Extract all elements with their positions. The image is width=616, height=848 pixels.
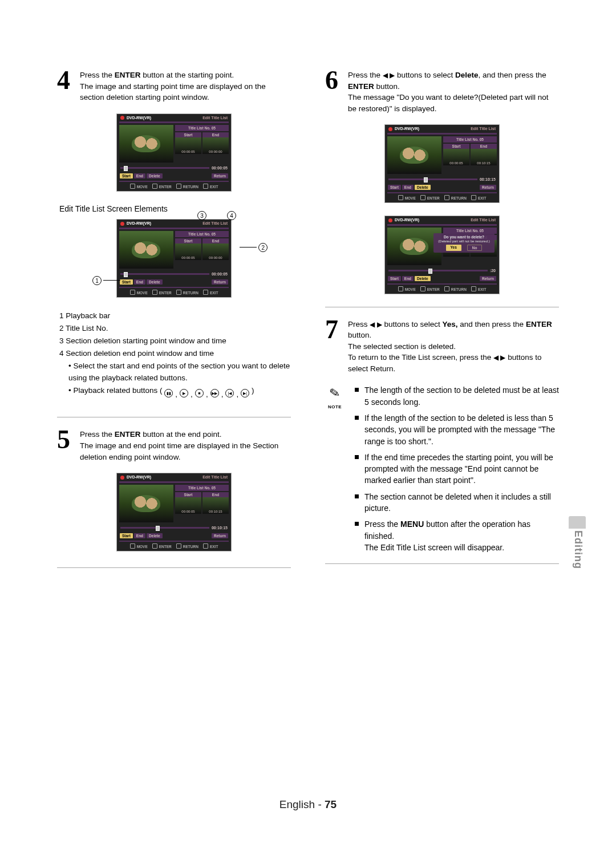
ff-icon: ▶▶ <box>210 389 219 397</box>
btn-return: Return <box>212 173 228 178</box>
screen-step6a: DVD-RW(VR) Edit Title List Title List No… <box>384 124 500 203</box>
screen-title: Edit Title List <box>202 116 228 120</box>
delete-confirm-dialog: Do you want to delete? (Deleted part wil… <box>433 233 495 253</box>
callout-3: 3 <box>197 211 206 220</box>
section-tab: Editing <box>572 530 584 569</box>
step-7: 7 Press ◀ ▶ buttons to select Yes, and t… <box>325 318 559 375</box>
step-4-number: 4 <box>57 68 74 103</box>
skip-fwd-icon: ▶| <box>241 389 249 397</box>
title-list-no: Title List No. 05 <box>175 125 229 131</box>
pause-icon: ▮▮ <box>164 389 173 397</box>
dialog-no: No <box>467 245 483 251</box>
callout-2: 2 <box>240 243 268 252</box>
dialog-yes: Yes <box>446 245 461 251</box>
step-5: 5 Press the ENTER button at the end poin… <box>57 428 291 462</box>
btn-delete: Delete <box>147 173 163 178</box>
elements-list: 1 Playback bar 2 Title List No. 3 Sectio… <box>57 310 291 401</box>
playback-bar <box>120 167 209 169</box>
stop-icon: ■ <box>195 389 204 397</box>
left-right-arrow-icon: ◀ ▶ <box>383 71 395 80</box>
screen-step6b-dialog: DVD-RW(VR) Edit Title List Title List No… <box>384 216 500 294</box>
playback-icons: ▮▮, ▶, ■, ▶▶, |◀, ▶| <box>164 389 249 401</box>
page-footer: English - 75 <box>0 798 616 811</box>
preview-image <box>119 125 173 163</box>
callout-1: 1 <box>92 276 120 285</box>
step-4-text: Press the ENTER button at the starting p… <box>80 68 291 103</box>
btn-start: Start <box>120 173 133 178</box>
disc-type: DVD-RW(VR) <box>120 116 151 120</box>
play-icon: ▶ <box>180 389 188 397</box>
note-icon: ✎ <box>328 384 341 404</box>
btn-end: End <box>134 173 145 178</box>
elements-caption: Edit Title List Screen Elements <box>59 204 291 213</box>
screen-elements: DVD-RW(VR) Edit Title List Title List No… <box>116 219 232 298</box>
step-4: 4 Press the ENTER button at the starting… <box>57 68 291 103</box>
note-block: ✎ NOTE The length of the section to be d… <box>325 384 559 558</box>
step-6: 6 Press the ◀ ▶ buttons to select Delete… <box>325 68 559 114</box>
callout-4: 4 <box>227 211 236 220</box>
screen-step5: DVD-RW(VR) Edit Title List Title List No… <box>116 473 232 551</box>
skip-back-icon: |◀ <box>225 389 234 397</box>
screen-step4: DVD-RW(VR) Edit Title List Title List No… <box>116 113 232 192</box>
